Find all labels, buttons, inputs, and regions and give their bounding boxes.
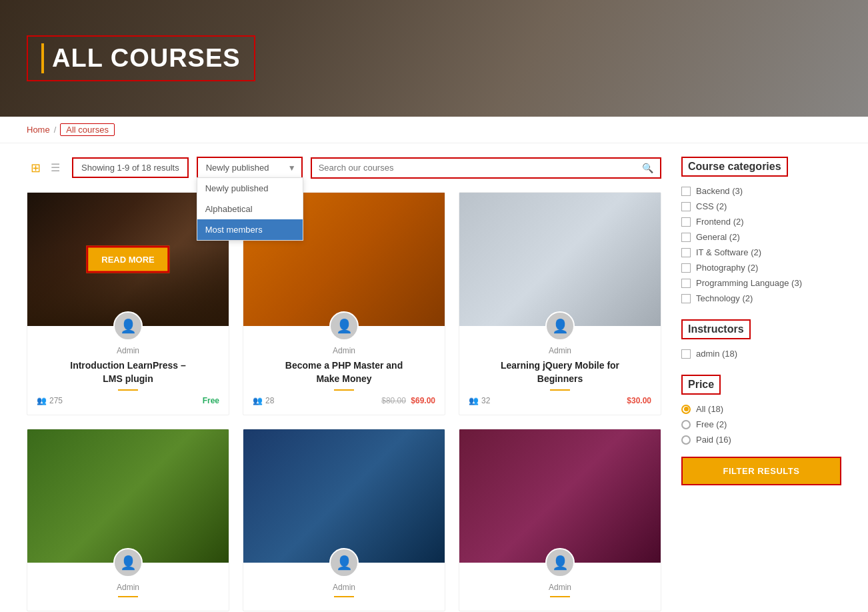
showing-label: Showing 1-9 of 18 results <box>72 157 189 178</box>
category-item: Photography (2) <box>681 263 841 273</box>
instructor-label: admin (18) <box>696 349 737 359</box>
course-grid: READ MORE 👤 Admin Introduction LearnPres… <box>27 192 661 415</box>
category-checkbox[interactable] <box>681 248 691 257</box>
course-info: Admin <box>27 577 229 611</box>
category-checkbox[interactable] <box>681 187 691 196</box>
course-divider <box>334 596 354 597</box>
course-author: Admin <box>253 583 435 592</box>
course-info: Admin Become a PHP Master andMake Money … <box>243 341 445 415</box>
price-item: Free (2) <box>681 419 841 429</box>
category-item: CSS (2) <box>681 201 841 211</box>
content-area: ⊞ ☰ Showing 1-9 of 18 results Newly publ… <box>27 157 661 611</box>
price-label-all: All (18) <box>696 404 723 414</box>
instructor-item: admin (18) <box>681 349 841 359</box>
price-label-paid: Paid (16) <box>696 435 731 445</box>
category-label: Backend (3) <box>696 186 743 196</box>
avatar: 👤 <box>113 311 143 341</box>
course-image <box>459 429 661 563</box>
grid-view-button[interactable]: ⊞ <box>27 159 44 177</box>
price-radio-all[interactable] <box>681 405 691 414</box>
hero-title-box: ALL COURSES <box>27 35 255 81</box>
category-checkbox[interactable] <box>681 202 691 211</box>
course-members: 👥 28 <box>253 396 274 405</box>
category-label: Technology (2) <box>696 293 753 303</box>
course-info: Admin Introduction LearnPress –LMS plugi… <box>27 341 229 415</box>
course-members: 👥 32 <box>469 396 490 405</box>
course-divider <box>550 596 570 597</box>
hero-accent-bar <box>41 43 44 73</box>
course-image <box>27 429 229 563</box>
avatar-icon: 👤 <box>552 555 569 571</box>
category-checkbox[interactable] <box>681 217 691 227</box>
course-info: Admin <box>459 577 661 611</box>
avatar-icon: 👤 <box>552 318 569 334</box>
category-checkbox[interactable] <box>681 263 691 273</box>
course-meta: 👥 32 $30.00 <box>469 396 651 405</box>
toolbar: ⊞ ☰ Showing 1-9 of 18 results Newly publ… <box>27 157 661 179</box>
category-item: Programming Language (3) <box>681 278 841 288</box>
avatar-icon: 👤 <box>120 555 137 571</box>
course-author: Admin <box>253 346 435 355</box>
course-title: Learning jQuery Mobile forBeginners <box>469 359 651 385</box>
course-price: $80.00 $69.00 <box>381 396 435 405</box>
avatar: 👤 <box>545 548 575 577</box>
category-label: CSS (2) <box>696 201 727 211</box>
avatar: 👤 <box>113 548 143 577</box>
page-title: ALL COURSES <box>52 44 241 73</box>
course-title: Introduction LearnPress –LMS plugin <box>37 359 219 385</box>
category-checkbox[interactable] <box>681 279 691 288</box>
list-view-button[interactable]: ☰ <box>47 159 64 177</box>
course-divider <box>550 389 570 391</box>
price-radio-free[interactable] <box>681 420 691 429</box>
breadcrumb-home[interactable]: Home <box>27 125 50 135</box>
instructors-title: Instructors <box>681 319 751 339</box>
price-radio-paid[interactable] <box>681 435 691 445</box>
instructor-checkbox[interactable] <box>681 349 691 359</box>
category-item: Frontend (2) <box>681 217 841 227</box>
search-icon: 🔍 <box>642 163 653 173</box>
course-card: 👤 Admin <box>27 429 229 611</box>
sort-option-newly[interactable]: Newly published <box>197 178 303 199</box>
category-label: Programming Language (3) <box>696 278 802 288</box>
course-meta: 👥 275 Free <box>37 396 219 405</box>
hero-section: ALL COURSES <box>0 0 868 117</box>
search-input[interactable] <box>319 163 642 173</box>
breadcrumb-separator: / <box>54 125 57 135</box>
course-author: Admin <box>469 583 651 592</box>
course-title: Become a PHP Master andMake Money <box>253 359 435 385</box>
instructors-section: Instructors admin (18) <box>681 319 841 359</box>
sort-option-alpha[interactable]: Alphabetical <box>197 199 303 219</box>
avatar-icon: 👤 <box>336 318 353 334</box>
read-more-button[interactable]: READ MORE <box>86 246 169 273</box>
category-checkbox[interactable] <box>681 294 691 303</box>
categories-title: Course categories <box>681 157 788 177</box>
people-icon: 👥 <box>469 396 479 405</box>
course-card: 👤 Admin <box>243 429 445 611</box>
course-divider <box>118 596 138 597</box>
category-label: Photography (2) <box>696 263 758 273</box>
course-author: Admin <box>37 583 219 592</box>
filter-results-button[interactable]: FILTER RESULTS <box>681 457 841 485</box>
category-item: General (2) <box>681 232 841 242</box>
price-item: Paid (16) <box>681 435 841 445</box>
category-item: IT & Software (2) <box>681 247 841 257</box>
main-wrapper: ⊞ ☰ Showing 1-9 of 18 results Newly publ… <box>0 143 868 612</box>
avatar-icon: 👤 <box>336 555 353 571</box>
price-label-free: Free (2) <box>696 419 727 429</box>
course-divider <box>334 389 354 391</box>
category-checkbox[interactable] <box>681 233 691 242</box>
avatar: 👤 <box>545 311 575 341</box>
course-image <box>459 193 661 326</box>
avatar-icon: 👤 <box>120 318 137 334</box>
category-item: Technology (2) <box>681 293 841 303</box>
course-image <box>243 429 445 563</box>
people-icon: 👥 <box>253 396 263 405</box>
course-author: Admin <box>469 346 651 355</box>
sort-option-members[interactable]: Most members <box>197 219 303 240</box>
breadcrumb: Home / All courses <box>0 117 868 143</box>
price-old: $80.00 <box>381 396 406 405</box>
avatar: 👤 <box>329 548 359 577</box>
view-toggle: ⊞ ☰ <box>27 159 64 177</box>
course-info: Admin <box>243 577 445 611</box>
sort-select[interactable]: Newly published Alphabetical Most member… <box>198 158 301 177</box>
